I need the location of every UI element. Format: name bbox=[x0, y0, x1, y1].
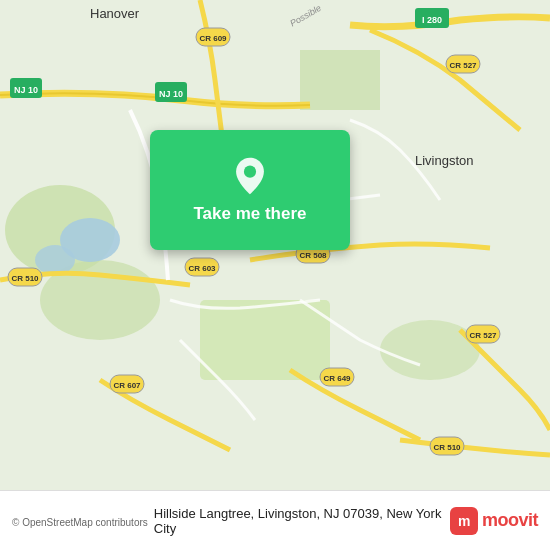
attribution: © OpenStreetMap contributors bbox=[12, 517, 148, 528]
svg-point-4 bbox=[380, 320, 480, 380]
svg-text:CR 510: CR 510 bbox=[11, 274, 39, 283]
moovit-logo: m moovit bbox=[450, 507, 538, 535]
bottom-bar: © OpenStreetMap contributors Hillside La… bbox=[0, 490, 550, 550]
svg-text:CR 527: CR 527 bbox=[469, 331, 497, 340]
moovit-icon: m bbox=[450, 507, 478, 535]
location-pin-icon bbox=[230, 156, 270, 196]
svg-text:CR 603: CR 603 bbox=[188, 264, 216, 273]
svg-text:CR 609: CR 609 bbox=[199, 34, 227, 43]
svg-text:CR 527: CR 527 bbox=[449, 61, 477, 70]
moovit-label: moovit bbox=[482, 510, 538, 531]
svg-text:CR 510: CR 510 bbox=[433, 443, 461, 452]
svg-text:CR 508: CR 508 bbox=[299, 251, 327, 260]
location-text: Hillside Langtree, Livingston, NJ 07039,… bbox=[154, 506, 450, 536]
svg-text:NJ 10: NJ 10 bbox=[14, 85, 38, 95]
map-view: NJ 10 NJ 10 I 280 CR 609 CR 527 CR 527 C… bbox=[0, 0, 550, 490]
svg-point-7 bbox=[35, 245, 75, 275]
svg-text:Hanover: Hanover bbox=[90, 6, 140, 21]
svg-text:NJ 10: NJ 10 bbox=[159, 89, 183, 99]
svg-text:CR 649: CR 649 bbox=[323, 374, 351, 383]
svg-text:I 280: I 280 bbox=[422, 15, 442, 25]
take-me-there-button-label: Take me there bbox=[193, 204, 306, 224]
take-me-there-card[interactable]: Take me there bbox=[150, 130, 350, 250]
svg-text:Livingston: Livingston bbox=[415, 153, 474, 168]
svg-point-35 bbox=[244, 166, 256, 178]
svg-rect-5 bbox=[300, 50, 380, 110]
svg-text:CR 607: CR 607 bbox=[113, 381, 141, 390]
svg-rect-3 bbox=[200, 300, 330, 380]
attribution-container: © OpenStreetMap contributors bbox=[12, 512, 148, 530]
